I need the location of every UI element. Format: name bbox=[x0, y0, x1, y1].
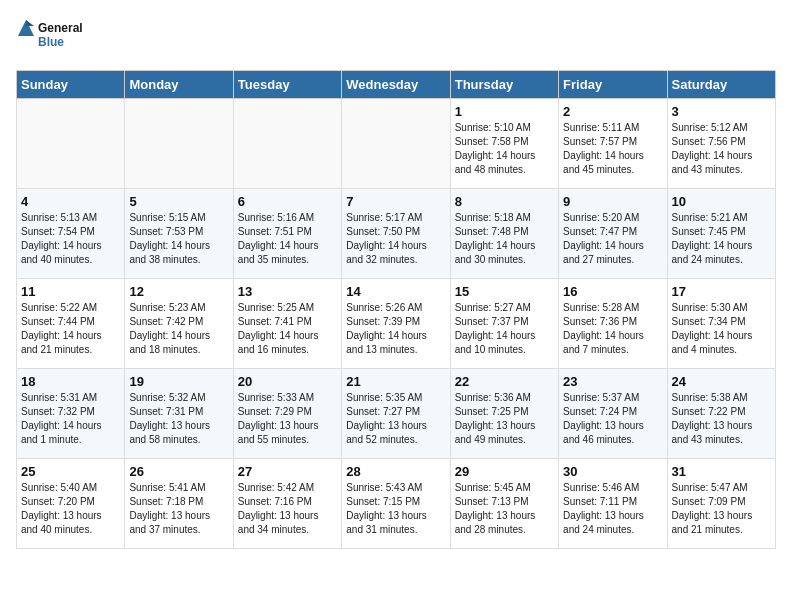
calendar-cell: 6Sunrise: 5:16 AM Sunset: 7:51 PM Daylig… bbox=[233, 189, 341, 279]
calendar-cell: 1Sunrise: 5:10 AM Sunset: 7:58 PM Daylig… bbox=[450, 99, 558, 189]
calendar-cell: 3Sunrise: 5:12 AM Sunset: 7:56 PM Daylig… bbox=[667, 99, 775, 189]
day-info: Sunrise: 5:15 AM Sunset: 7:53 PM Dayligh… bbox=[129, 211, 228, 267]
calendar-cell: 8Sunrise: 5:18 AM Sunset: 7:48 PM Daylig… bbox=[450, 189, 558, 279]
day-number: 20 bbox=[238, 374, 337, 389]
day-number: 14 bbox=[346, 284, 445, 299]
day-info: Sunrise: 5:28 AM Sunset: 7:36 PM Dayligh… bbox=[563, 301, 662, 357]
calendar-cell: 12Sunrise: 5:23 AM Sunset: 7:42 PM Dayli… bbox=[125, 279, 233, 369]
day-info: Sunrise: 5:47 AM Sunset: 7:09 PM Dayligh… bbox=[672, 481, 771, 537]
calendar-cell: 22Sunrise: 5:36 AM Sunset: 7:25 PM Dayli… bbox=[450, 369, 558, 459]
calendar-cell: 11Sunrise: 5:22 AM Sunset: 7:44 PM Dayli… bbox=[17, 279, 125, 369]
calendar-table: SundayMondayTuesdayWednesdayThursdayFrid… bbox=[16, 70, 776, 549]
svg-text:Blue: Blue bbox=[38, 35, 64, 49]
header-monday: Monday bbox=[125, 71, 233, 99]
day-info: Sunrise: 5:32 AM Sunset: 7:31 PM Dayligh… bbox=[129, 391, 228, 447]
day-info: Sunrise: 5:10 AM Sunset: 7:58 PM Dayligh… bbox=[455, 121, 554, 177]
day-info: Sunrise: 5:37 AM Sunset: 7:24 PM Dayligh… bbox=[563, 391, 662, 447]
day-info: Sunrise: 5:35 AM Sunset: 7:27 PM Dayligh… bbox=[346, 391, 445, 447]
day-info: Sunrise: 5:12 AM Sunset: 7:56 PM Dayligh… bbox=[672, 121, 771, 177]
day-info: Sunrise: 5:21 AM Sunset: 7:45 PM Dayligh… bbox=[672, 211, 771, 267]
day-number: 7 bbox=[346, 194, 445, 209]
day-info: Sunrise: 5:11 AM Sunset: 7:57 PM Dayligh… bbox=[563, 121, 662, 177]
day-number: 2 bbox=[563, 104, 662, 119]
day-info: Sunrise: 5:40 AM Sunset: 7:20 PM Dayligh… bbox=[21, 481, 120, 537]
calendar-cell: 29Sunrise: 5:45 AM Sunset: 7:13 PM Dayli… bbox=[450, 459, 558, 549]
calendar-cell: 14Sunrise: 5:26 AM Sunset: 7:39 PM Dayli… bbox=[342, 279, 450, 369]
day-info: Sunrise: 5:27 AM Sunset: 7:37 PM Dayligh… bbox=[455, 301, 554, 357]
calendar-cell bbox=[17, 99, 125, 189]
calendar-cell: 19Sunrise: 5:32 AM Sunset: 7:31 PM Dayli… bbox=[125, 369, 233, 459]
header-wednesday: Wednesday bbox=[342, 71, 450, 99]
day-number: 26 bbox=[129, 464, 228, 479]
day-info: Sunrise: 5:30 AM Sunset: 7:34 PM Dayligh… bbox=[672, 301, 771, 357]
day-number: 12 bbox=[129, 284, 228, 299]
calendar-cell: 15Sunrise: 5:27 AM Sunset: 7:37 PM Dayli… bbox=[450, 279, 558, 369]
day-info: Sunrise: 5:25 AM Sunset: 7:41 PM Dayligh… bbox=[238, 301, 337, 357]
day-number: 31 bbox=[672, 464, 771, 479]
header-row: SundayMondayTuesdayWednesdayThursdayFrid… bbox=[17, 71, 776, 99]
day-info: Sunrise: 5:20 AM Sunset: 7:47 PM Dayligh… bbox=[563, 211, 662, 267]
calendar-cell: 18Sunrise: 5:31 AM Sunset: 7:32 PM Dayli… bbox=[17, 369, 125, 459]
day-info: Sunrise: 5:42 AM Sunset: 7:16 PM Dayligh… bbox=[238, 481, 337, 537]
calendar-cell: 2Sunrise: 5:11 AM Sunset: 7:57 PM Daylig… bbox=[559, 99, 667, 189]
day-number: 10 bbox=[672, 194, 771, 209]
day-number: 23 bbox=[563, 374, 662, 389]
calendar-cell bbox=[125, 99, 233, 189]
day-number: 28 bbox=[346, 464, 445, 479]
week-row-1: 1Sunrise: 5:10 AM Sunset: 7:58 PM Daylig… bbox=[17, 99, 776, 189]
week-row-4: 18Sunrise: 5:31 AM Sunset: 7:32 PM Dayli… bbox=[17, 369, 776, 459]
day-number: 24 bbox=[672, 374, 771, 389]
calendar-cell: 21Sunrise: 5:35 AM Sunset: 7:27 PM Dayli… bbox=[342, 369, 450, 459]
header-tuesday: Tuesday bbox=[233, 71, 341, 99]
calendar-cell: 28Sunrise: 5:43 AM Sunset: 7:15 PM Dayli… bbox=[342, 459, 450, 549]
day-info: Sunrise: 5:31 AM Sunset: 7:32 PM Dayligh… bbox=[21, 391, 120, 447]
day-number: 18 bbox=[21, 374, 120, 389]
day-number: 16 bbox=[563, 284, 662, 299]
day-number: 27 bbox=[238, 464, 337, 479]
day-info: Sunrise: 5:46 AM Sunset: 7:11 PM Dayligh… bbox=[563, 481, 662, 537]
day-info: Sunrise: 5:33 AM Sunset: 7:29 PM Dayligh… bbox=[238, 391, 337, 447]
day-number: 17 bbox=[672, 284, 771, 299]
calendar-cell: 23Sunrise: 5:37 AM Sunset: 7:24 PM Dayli… bbox=[559, 369, 667, 459]
header-saturday: Saturday bbox=[667, 71, 775, 99]
calendar-cell: 27Sunrise: 5:42 AM Sunset: 7:16 PM Dayli… bbox=[233, 459, 341, 549]
calendar-cell: 5Sunrise: 5:15 AM Sunset: 7:53 PM Daylig… bbox=[125, 189, 233, 279]
day-info: Sunrise: 5:17 AM Sunset: 7:50 PM Dayligh… bbox=[346, 211, 445, 267]
calendar-cell: 9Sunrise: 5:20 AM Sunset: 7:47 PM Daylig… bbox=[559, 189, 667, 279]
calendar-cell: 13Sunrise: 5:25 AM Sunset: 7:41 PM Dayli… bbox=[233, 279, 341, 369]
calendar-cell: 20Sunrise: 5:33 AM Sunset: 7:29 PM Dayli… bbox=[233, 369, 341, 459]
week-row-2: 4Sunrise: 5:13 AM Sunset: 7:54 PM Daylig… bbox=[17, 189, 776, 279]
day-info: Sunrise: 5:45 AM Sunset: 7:13 PM Dayligh… bbox=[455, 481, 554, 537]
week-row-5: 25Sunrise: 5:40 AM Sunset: 7:20 PM Dayli… bbox=[17, 459, 776, 549]
day-number: 13 bbox=[238, 284, 337, 299]
calendar-cell: 17Sunrise: 5:30 AM Sunset: 7:34 PM Dayli… bbox=[667, 279, 775, 369]
svg-marker-3 bbox=[26, 20, 34, 26]
day-number: 11 bbox=[21, 284, 120, 299]
header-friday: Friday bbox=[559, 71, 667, 99]
calendar-cell: 30Sunrise: 5:46 AM Sunset: 7:11 PM Dayli… bbox=[559, 459, 667, 549]
day-number: 30 bbox=[563, 464, 662, 479]
day-info: Sunrise: 5:41 AM Sunset: 7:18 PM Dayligh… bbox=[129, 481, 228, 537]
day-number: 8 bbox=[455, 194, 554, 209]
day-number: 25 bbox=[21, 464, 120, 479]
day-number: 1 bbox=[455, 104, 554, 119]
calendar-cell: 7Sunrise: 5:17 AM Sunset: 7:50 PM Daylig… bbox=[342, 189, 450, 279]
day-number: 22 bbox=[455, 374, 554, 389]
day-info: Sunrise: 5:16 AM Sunset: 7:51 PM Dayligh… bbox=[238, 211, 337, 267]
day-info: Sunrise: 5:18 AM Sunset: 7:48 PM Dayligh… bbox=[455, 211, 554, 267]
calendar-cell: 26Sunrise: 5:41 AM Sunset: 7:18 PM Dayli… bbox=[125, 459, 233, 549]
day-number: 3 bbox=[672, 104, 771, 119]
logo-svg: General Blue bbox=[16, 16, 86, 58]
day-info: Sunrise: 5:23 AM Sunset: 7:42 PM Dayligh… bbox=[129, 301, 228, 357]
header-sunday: Sunday bbox=[17, 71, 125, 99]
week-row-3: 11Sunrise: 5:22 AM Sunset: 7:44 PM Dayli… bbox=[17, 279, 776, 369]
calendar-cell: 10Sunrise: 5:21 AM Sunset: 7:45 PM Dayli… bbox=[667, 189, 775, 279]
day-number: 6 bbox=[238, 194, 337, 209]
day-number: 19 bbox=[129, 374, 228, 389]
calendar-cell: 25Sunrise: 5:40 AM Sunset: 7:20 PM Dayli… bbox=[17, 459, 125, 549]
page-header: General Blue bbox=[16, 16, 776, 58]
calendar-cell: 31Sunrise: 5:47 AM Sunset: 7:09 PM Dayli… bbox=[667, 459, 775, 549]
svg-text:General: General bbox=[38, 21, 83, 35]
day-info: Sunrise: 5:36 AM Sunset: 7:25 PM Dayligh… bbox=[455, 391, 554, 447]
day-number: 9 bbox=[563, 194, 662, 209]
